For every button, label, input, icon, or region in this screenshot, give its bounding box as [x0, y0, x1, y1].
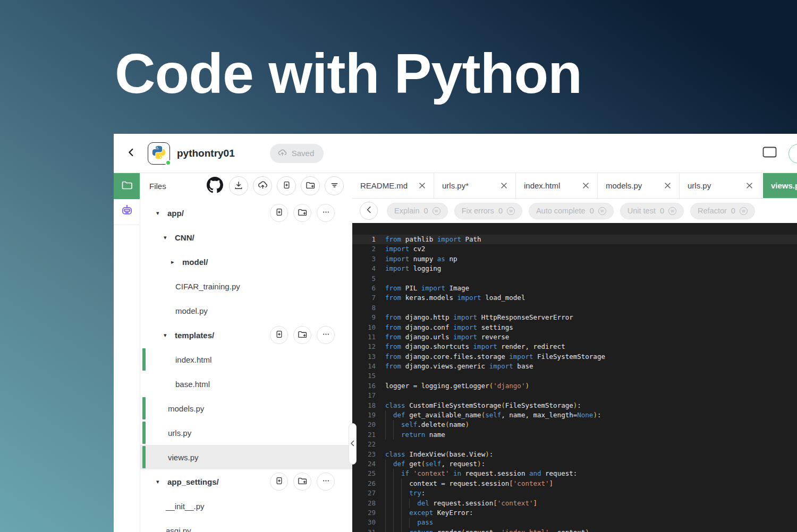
line-content: del request.session['context'] [385, 499, 537, 508]
tree-row-urls-py[interactable]: urls.py [140, 421, 352, 445]
new-file-icon [274, 476, 284, 487]
indent-guide [393, 420, 401, 430]
unit-test-button[interactable]: Unit test0w [620, 203, 684, 219]
tree-row-model-py[interactable]: model.py [140, 298, 352, 323]
auto-complete-button[interactable]: Auto complete0w [529, 203, 614, 219]
upload-cloud-icon [257, 179, 268, 192]
chevron-down-icon[interactable]: ▾ [156, 210, 167, 217]
upload-cloud-button[interactable] [253, 176, 272, 195]
new-file-icon [282, 180, 292, 192]
new-folder-button[interactable] [301, 176, 320, 195]
tree-item-label: index.html [175, 355, 211, 364]
tab-urls-py[interactable]: urls.py [680, 173, 761, 198]
saved-button[interactable]: Saved [270, 144, 324, 163]
tree-row-asgi-py[interactable]: asgi.py [140, 518, 352, 532]
file-tree: ▾app/▾CNN/▸model/CIFAR_training.pymodel.… [140, 199, 352, 532]
tree-row-views-py[interactable]: views.py [140, 445, 352, 469]
line-number: 15 [352, 371, 376, 381]
indent-guide [385, 508, 393, 518]
new-file-button[interactable] [270, 326, 288, 344]
tree-row-app[interactable]: ▾app/ [140, 201, 352, 225]
close-icon[interactable] [501, 182, 507, 189]
tree-row-templates[interactable]: ▾templates/ [140, 323, 352, 347]
new-folder-icon [297, 329, 308, 341]
tree-row-cifar-training-py[interactable]: CIFAR_training.py [140, 274, 352, 298]
line-number: 8 [352, 303, 376, 313]
new-file-button[interactable] [270, 473, 288, 491]
code-line-15: 15 [352, 371, 797, 381]
close-icon[interactable] [664, 182, 671, 189]
close-icon[interactable] [746, 182, 753, 189]
close-icon[interactable] [419, 182, 426, 189]
panel-collapse-handle[interactable] [349, 423, 357, 465]
new-file-button[interactable] [277, 176, 296, 195]
github-button[interactable] [205, 176, 224, 195]
indent-guide [385, 528, 393, 532]
chevron-down-icon[interactable]: ▾ [164, 234, 175, 241]
new-folder-button[interactable] [293, 473, 311, 491]
rail-item-folder[interactable] [114, 173, 140, 199]
filter-icon [329, 180, 340, 192]
window-body: Files ▾app/▾CNN/▸model/CIFAR_training.py… [114, 173, 797, 532]
line-content: def get(self, request): [385, 459, 485, 469]
back-button[interactable] [123, 145, 139, 161]
code-line-23: 23class IndexView(base.View): [352, 450, 797, 459]
indent-guide [385, 420, 393, 430]
explain-button[interactable]: Explain0w [387, 203, 448, 219]
more-button[interactable] [317, 204, 335, 222]
new-folder-button[interactable] [293, 326, 311, 344]
tree-row-init-py[interactable]: __init__.py [140, 494, 352, 518]
download-button[interactable] [229, 176, 248, 195]
chevron-right-icon[interactable]: ▸ [171, 259, 182, 265]
code-line-28: 28del request.session['context'] [352, 499, 797, 508]
tab-readme-md[interactable]: README.md [352, 173, 434, 198]
download-icon [233, 180, 244, 192]
tree-row-base-html[interactable]: base.html [140, 372, 352, 396]
tree-row-cnn[interactable]: ▾CNN/ [140, 225, 352, 250]
line-number: 14 [352, 362, 376, 371]
folder-row-actions [270, 326, 335, 344]
filter-button[interactable] [325, 176, 344, 195]
tab-label: README.md [360, 181, 408, 190]
layout-toggle-button[interactable] [761, 147, 778, 160]
tab-models-py[interactable]: models.py [598, 173, 680, 198]
folder-row-actions [270, 204, 335, 222]
new-folder-icon [297, 207, 308, 219]
files-panel: Files ▾app/▾CNN/▸model/CIFAR_training.py… [140, 173, 352, 532]
refactor-button[interactable]: Refactor0w [690, 203, 755, 219]
tree-row-app-settings[interactable]: ▾app_settings/ [140, 469, 352, 494]
code-editor[interactable]: 1from pathlib import Path2import cv23imp… [352, 223, 797, 532]
project-name: pythontry01 [177, 148, 235, 159]
code-line-7: 7from keras.models import load_model [352, 293, 797, 303]
line-number: 12 [352, 342, 376, 351]
fix-errors-button[interactable]: Fix errors0w [454, 203, 522, 219]
tree-item-label: app/ [167, 209, 184, 218]
code-line-25: 25if 'context' in request.session and re… [352, 469, 797, 478]
chevron-down-icon[interactable]: ▾ [156, 478, 167, 485]
tab-views-py[interactable]: views.py [763, 173, 797, 198]
tab-index-html[interactable]: index.html [516, 173, 598, 198]
new-folder-button[interactable] [293, 204, 311, 222]
chevron-down-icon[interactable]: ▾ [164, 332, 175, 339]
tree-row-model[interactable]: ▸model/ [140, 250, 352, 274]
more-button[interactable] [317, 326, 335, 344]
tree-row-models-py[interactable]: models.py [140, 396, 352, 421]
tab-urls-py[interactable]: urls.py* [434, 173, 516, 198]
indent-guide [393, 508, 401, 518]
rail-item-robot[interactable] [114, 199, 140, 225]
indent-guide [401, 488, 409, 498]
code-line-18: 18class CustomFileSystemStorage(FileSyst… [352, 401, 797, 410]
tree-row-index-html[interactable]: index.html [140, 347, 352, 372]
code-line-21: 21return name [352, 430, 797, 440]
new-file-button[interactable] [270, 204, 288, 222]
more-button[interactable] [317, 473, 335, 491]
line-number: 17 [352, 391, 376, 400]
line-number: 28 [352, 499, 376, 508]
line-content: import numpy as np [385, 254, 457, 264]
toolbar-back-button[interactable] [360, 202, 378, 220]
run-button-partial[interactable] [788, 144, 797, 164]
line-content: self.delete(name) [385, 420, 469, 430]
chevron-left-icon [366, 206, 372, 216]
close-icon[interactable] [582, 182, 589, 189]
project-logo [148, 142, 170, 165]
